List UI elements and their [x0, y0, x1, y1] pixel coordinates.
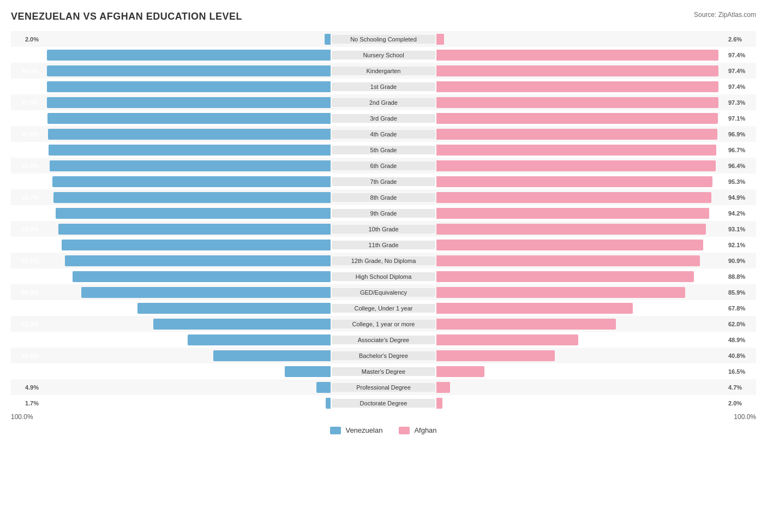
- right-bar-wrap: [436, 79, 726, 94]
- right-bar-wrap: [436, 395, 726, 411]
- right-value: 48.9%: [726, 337, 756, 343]
- center-label: High School Diploma: [332, 272, 435, 281]
- chart-header: VENEZUELAN VS AFGHAN EDUCATION LEVEL Sou…: [11, 11, 756, 22]
- left-bar: [56, 208, 331, 219]
- right-bar-wrap: [436, 237, 726, 253]
- left-bar: [325, 34, 331, 45]
- bottom-left-label: 100.0%: [11, 413, 33, 421]
- right-bar-wrap: [436, 94, 726, 110]
- table-row: 97.8% 3rd Grade 97.1%: [11, 110, 756, 126]
- left-value: 15.9%: [11, 368, 41, 375]
- right-bar: [436, 382, 450, 393]
- right-value: 97.4%: [726, 52, 756, 58]
- right-value: 4.7%: [726, 384, 756, 391]
- left-bar-wrap: [41, 363, 331, 379]
- right-value: 95.3%: [726, 178, 756, 185]
- table-row: 92.9% 11th Grade 92.1%: [11, 237, 756, 253]
- right-bar: [436, 145, 716, 156]
- left-value: 98.0%: [11, 83, 41, 90]
- right-bar-wrap: [436, 142, 726, 158]
- left-bar-wrap: [41, 300, 331, 316]
- left-bar-wrap: [41, 348, 331, 363]
- left-bar: [188, 334, 331, 345]
- right-bar-wrap: [436, 126, 726, 142]
- table-row: 98.0% Nursery School 97.4%: [11, 47, 756, 63]
- center-label: 1st Grade: [332, 82, 435, 91]
- table-row: 97.9% 2nd Grade 97.3%: [11, 94, 756, 110]
- table-row: 4.9% Professional Degree 4.7%: [11, 379, 756, 395]
- right-value: 94.9%: [726, 194, 756, 201]
- center-label: Nursery School: [332, 51, 435, 59]
- left-bar: [137, 303, 331, 314]
- left-bar: [49, 145, 331, 156]
- left-value: 49.4%: [11, 337, 41, 343]
- right-value: 40.8%: [726, 352, 756, 359]
- right-bar: [436, 113, 718, 124]
- right-bar: [436, 350, 555, 361]
- right-bar-wrap: [436, 63, 726, 79]
- left-value: 95.0%: [11, 210, 41, 217]
- center-label: 4th Grade: [332, 130, 435, 139]
- left-bar-wrap: [41, 268, 331, 284]
- left-bar: [47, 97, 331, 108]
- legend: Venezuelan Afghan: [11, 426, 756, 434]
- center-label: No Schooling Completed: [332, 35, 435, 44]
- left-bar: [213, 350, 331, 361]
- table-row: 98.0% Kindergarten 97.4%: [11, 63, 756, 79]
- right-bar-wrap: [436, 363, 726, 379]
- left-bar: [58, 224, 331, 235]
- left-value: 95.7%: [11, 194, 41, 201]
- table-row: 95.0% 9th Grade 94.2%: [11, 205, 756, 221]
- left-value: 40.5%: [11, 352, 41, 359]
- left-bar: [47, 113, 331, 124]
- right-bar: [436, 160, 716, 171]
- right-bar: [436, 192, 711, 203]
- left-bar: [47, 65, 331, 76]
- left-bar-wrap: [41, 126, 331, 142]
- right-value: 85.9%: [726, 289, 756, 296]
- left-bar: [81, 287, 331, 298]
- table-row: 98.0% 1st Grade 97.4%: [11, 79, 756, 94]
- right-value: 97.4%: [726, 83, 756, 90]
- right-bar-wrap: [436, 268, 726, 284]
- table-row: 86.0% GED/Equivalency 85.9%: [11, 284, 756, 300]
- right-bar: [436, 176, 712, 187]
- table-row: 93.9% 10th Grade 93.1%: [11, 221, 756, 237]
- left-bar: [73, 271, 331, 282]
- bottom-labels: 100.0% 100.0%: [11, 413, 756, 421]
- center-label: 9th Grade: [332, 209, 435, 218]
- right-value: 97.4%: [726, 68, 756, 74]
- center-label: Associate's Degree: [332, 336, 435, 344]
- left-value: 93.9%: [11, 226, 41, 232]
- center-label: 10th Grade: [332, 225, 435, 234]
- center-label: 6th Grade: [332, 162, 435, 170]
- left-value: 97.0%: [11, 163, 41, 169]
- left-bar-wrap: [41, 189, 331, 205]
- right-value: 2.0%: [726, 400, 756, 407]
- left-bar-wrap: [41, 332, 331, 348]
- right-bar-wrap: [436, 221, 726, 237]
- left-bar-wrap: [41, 205, 331, 221]
- table-row: 97.0% 6th Grade 96.4%: [11, 158, 756, 174]
- left-value: 4.9%: [11, 384, 41, 391]
- left-value: 97.8%: [11, 115, 41, 122]
- left-bar: [62, 240, 331, 250]
- right-value: 97.1%: [726, 115, 756, 122]
- center-label: College, Under 1 year: [332, 304, 435, 313]
- table-row: 61.3% College, 1 year or more 62.0%: [11, 316, 756, 332]
- right-value: 96.9%: [726, 131, 756, 138]
- left-bar: [47, 50, 331, 61]
- right-bar-wrap: [436, 205, 726, 221]
- left-value: 92.9%: [11, 242, 41, 248]
- center-label: Doctorate Degree: [332, 399, 435, 408]
- right-bar: [436, 81, 718, 92]
- left-value: 97.6%: [11, 131, 41, 138]
- left-bar-wrap: [41, 316, 331, 332]
- right-bar-wrap: [436, 158, 726, 174]
- left-bar-wrap: [41, 174, 331, 189]
- left-value: 91.7%: [11, 258, 41, 264]
- right-bar: [436, 65, 718, 76]
- right-bar: [436, 319, 616, 330]
- table-row: 40.5% Bachelor's Degree 40.8%: [11, 348, 756, 363]
- legend-afghan: Afghan: [399, 426, 436, 434]
